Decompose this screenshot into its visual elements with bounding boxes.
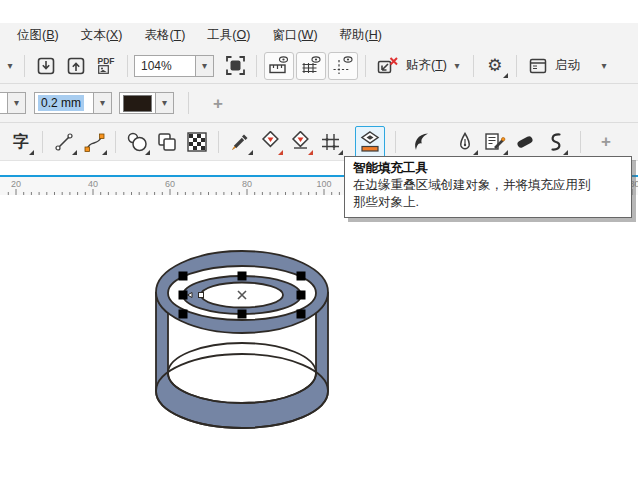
grid-icon: [300, 55, 322, 77]
pattern-tool[interactable]: [183, 127, 211, 157]
chevron-down-icon: ▾: [454, 61, 459, 71]
outline-color-dropdown[interactable]: ▾: [156, 92, 174, 114]
cropped-combo: ▾: [0, 92, 26, 114]
pen-nib-icon: [455, 131, 475, 153]
publish-pdf-button[interactable]: PDF: [92, 52, 120, 80]
svg-text:60: 60: [165, 179, 175, 189]
menu-bar: 位图(B) 文本(X) 表格(T) 工具(O) 窗口(W) 帮助(H): [0, 23, 638, 48]
menu-text[interactable]: 文本(X): [70, 23, 134, 48]
import-button[interactable]: [32, 52, 60, 80]
snap-to-label[interactable]: 贴齐(T): [406, 57, 447, 74]
separator: [127, 55, 128, 77]
menu-help[interactable]: 帮助(H): [329, 23, 393, 48]
eyedropper-icon: [229, 131, 251, 153]
zoom-level-dropdown[interactable]: ▾: [196, 55, 214, 77]
tool-tooltip: 智能填充工具 在边缘重叠区域创建对象，并将填充应用到 那些对象上.: [344, 156, 632, 218]
options-button[interactable]: ⚙: [481, 52, 509, 80]
separator: [24, 55, 25, 77]
chevron-down-icon: ▾: [100, 98, 105, 108]
fill-tool[interactable]: [256, 127, 284, 157]
plus-icon: +: [213, 95, 223, 112]
pdf-label: PDF: [98, 57, 115, 65]
s-curve-icon: [544, 131, 566, 153]
svg-text:80: 80: [242, 179, 252, 189]
standard-toolbar: ▾ PDF 104% ▾: [0, 48, 638, 84]
text-tool[interactable]: 字: [7, 127, 35, 157]
fullscreen-preview-button[interactable]: [221, 52, 249, 80]
smart-fill-tool[interactable]: [355, 126, 385, 158]
launch-dropdown[interactable]: ▾: [596, 52, 612, 80]
tooltip-body-line2: 那些对象上.: [353, 194, 623, 211]
chevron-down-icon: ▾: [162, 98, 167, 108]
rectangle-stack-tool[interactable]: [153, 127, 181, 157]
zoom-level-combo: 104% ▾: [134, 55, 214, 77]
property-bar: ▾ 0.2 mm ▾ ▾ +: [0, 84, 638, 123]
show-guidelines-toggle[interactable]: [328, 52, 358, 80]
menu-table[interactable]: 表格(T): [133, 23, 196, 48]
bezier-tool[interactable]: [80, 127, 108, 157]
toolbar-overflow-button[interactable]: ▾: [3, 52, 17, 80]
outline-width-combo: 0.2 mm ▾: [34, 92, 112, 114]
snap-to-dropdown[interactable]: ▾: [450, 52, 466, 80]
text-tool-icon: 字: [13, 134, 29, 150]
svg-text:20: 20: [11, 179, 21, 189]
svg-text:40: 40: [88, 179, 98, 189]
page-pen-icon: [483, 131, 507, 153]
gear-icon: ⚙: [487, 57, 502, 74]
separator: [580, 131, 581, 153]
outline-color-swatch: [123, 95, 152, 112]
fill-tool-icon: [259, 131, 282, 153]
launch-button[interactable]: [524, 52, 552, 80]
snap-off-icon: [376, 55, 399, 77]
export-button[interactable]: [62, 52, 90, 80]
add-tool-button[interactable]: +: [592, 128, 620, 156]
eyedropper-tool[interactable]: [226, 127, 254, 157]
disable-snap-button[interactable]: [373, 52, 401, 80]
interactive-fill-icon: [289, 131, 312, 153]
separator: [473, 55, 474, 77]
ellipse-tool[interactable]: [123, 127, 151, 157]
rectangle-stack-icon: [156, 131, 178, 153]
separator: [218, 131, 219, 153]
outline-width-dropdown[interactable]: ▾: [94, 92, 112, 114]
menu-window[interactable]: 窗口(W): [261, 23, 328, 48]
eraser-tool[interactable]: [511, 127, 539, 157]
fullscreen-preview-icon: [225, 55, 246, 76]
zoom-level-value[interactable]: 104%: [134, 55, 196, 77]
drawing-canvas[interactable]: [0, 195, 638, 494]
launch-label[interactable]: 启动: [555, 57, 580, 74]
interactive-fill-tool[interactable]: [286, 127, 314, 157]
connector-tool[interactable]: [541, 127, 569, 157]
smart-fill-icon: [358, 130, 382, 154]
menu-bitmap[interactable]: 位图(B): [6, 23, 70, 48]
guidelines-icon: [332, 55, 354, 77]
separator: [115, 131, 116, 153]
chevron-down-icon: ▾: [7, 61, 12, 71]
mesh-fill-tool[interactable]: [316, 127, 344, 157]
drop-shadow-tool[interactable]: [481, 127, 509, 157]
import-icon: [35, 55, 57, 77]
smart-drawing-tool[interactable]: [406, 127, 434, 157]
outline-width-field[interactable]: 0.2 mm: [34, 92, 94, 114]
mesh-fill-icon: [319, 131, 342, 153]
chevron-down-icon: ▾: [14, 98, 19, 108]
separator: [188, 92, 189, 114]
checkerboard-icon: [187, 132, 207, 152]
separator: [516, 55, 517, 77]
line-tool[interactable]: [50, 127, 78, 157]
outline-width-value: 0.2 mm: [38, 95, 84, 111]
show-rulers-toggle[interactable]: [264, 52, 294, 80]
chevron-down-icon: ▾: [202, 61, 207, 71]
tooltip-title: 智能填充工具: [353, 160, 623, 177]
ellipse-tool-icon: [125, 131, 149, 153]
outline-color-button[interactable]: [119, 92, 156, 114]
menu-tools[interactable]: 工具(O): [196, 23, 261, 48]
tooltip-body-line1: 在边缘重叠区域创建对象，并将填充应用到: [353, 177, 623, 194]
cropped-combo-dropdown[interactable]: ▾: [8, 92, 26, 114]
pdf-image-icon: [98, 65, 109, 74]
add-property-button[interactable]: +: [204, 89, 232, 117]
launch-panel-icon: [528, 56, 548, 76]
show-grid-toggle[interactable]: [296, 52, 326, 80]
separator: [365, 55, 366, 77]
pen-tool[interactable]: [451, 127, 479, 157]
